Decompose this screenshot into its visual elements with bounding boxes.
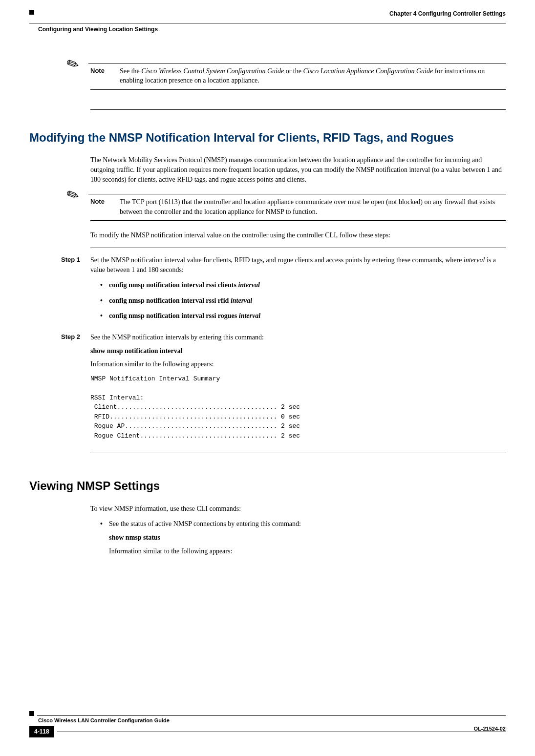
- cmd-bold: config nmsp notification interval rssi c…: [109, 281, 238, 289]
- note-label: Note: [90, 63, 120, 75]
- steps-bottom-rule: [90, 453, 506, 453]
- section-heading-viewing-nmsp: Viewing NMSP Settings: [29, 478, 506, 494]
- step2-output: NMSP Notification Interval Summary RSSI …: [90, 374, 506, 441]
- note-block-2: ✎ Note The TCP port (16113) that the con…: [90, 194, 506, 221]
- cmd-italic: interval: [238, 281, 259, 289]
- note1-doc2: Cisco Location Appliance Configuration G…: [303, 67, 433, 75]
- pencil-icon: ✎: [63, 52, 83, 76]
- cmd-bold: config nmsp notification interval rssi r…: [109, 297, 231, 304]
- section1-intro: The Network Mobility Services Protocol (…: [90, 155, 506, 184]
- note-text-1: See the Cisco Wireless Control System Co…: [120, 63, 506, 85]
- page-number: 4-118: [29, 726, 54, 737]
- cmd-bold: config nmsp notification interval rssi r…: [109, 312, 239, 319]
- step1-pre: Set the NMSP notification interval value…: [90, 256, 464, 264]
- page-footer: Cisco Wireless LAN Controller Configurat…: [29, 711, 506, 737]
- chapter-label: Chapter 4 Configuring Controller Setting…: [389, 10, 506, 18]
- step2-body: See the NMSP notification intervals by e…: [90, 333, 506, 445]
- bullet1-text: See the status of active NMSP connection…: [109, 519, 506, 529]
- note-label-2: Note: [90, 194, 120, 206]
- header-section-label: Configuring and Viewing Location Setting…: [38, 25, 506, 34]
- step1-label: Step 1: [61, 255, 90, 327]
- footer-title: Cisco Wireless LAN Controller Configurat…: [38, 717, 506, 724]
- bullet-show-status: See the status of active NMSP connection…: [100, 519, 506, 556]
- pencil-icon: ✎: [63, 184, 83, 208]
- step1-body: Set the NMSP notification interval value…: [90, 255, 506, 327]
- cmd-italic: interval: [231, 297, 252, 304]
- bullet1-info: Information similar to the following app…: [109, 546, 506, 556]
- cmd-italic: interval: [239, 312, 260, 319]
- doc-number: OL-21524-02: [474, 725, 506, 733]
- section-heading-nmsp-interval: Modifying the NMSP Notification Interval…: [29, 129, 506, 146]
- step-2: Step 2 See the NMSP notification interva…: [90, 333, 506, 445]
- note-block-1: ✎ Note See the Cisco Wireless Control Sy…: [90, 63, 506, 90]
- step1-italic: interval: [464, 256, 485, 264]
- follow-steps-para: To modify the NMSP notification interval…: [90, 231, 506, 240]
- header-left: [29, 10, 37, 15]
- section2-bullets: See the status of active NMSP connection…: [90, 519, 506, 556]
- note1-mid: or the: [284, 67, 303, 75]
- section-divider-1: [90, 109, 506, 110]
- step2-label: Step 2: [61, 333, 90, 445]
- cmd-item-rogues: config nmsp notification interval rssi r…: [100, 311, 506, 321]
- cmd-item-rfid: config nmsp notification interval rssi r…: [100, 296, 506, 306]
- header-rule: [29, 23, 506, 23]
- section2-intro: To view NMSP information, use these CLI …: [90, 504, 506, 514]
- cmd-item-clients: config nmsp notification interval rssi c…: [100, 280, 506, 290]
- step2-cmd: show nmsp notification interval: [90, 346, 506, 356]
- note-text-2: The TCP port (16113) that the controller…: [120, 194, 506, 216]
- bullet1-cmd: show nmsp status: [109, 533, 506, 543]
- footer-marker-icon: [29, 711, 34, 716]
- note1-doc1: Cisco Wireless Control System Configurat…: [141, 67, 284, 75]
- page-header: Chapter 4 Configuring Controller Setting…: [29, 10, 506, 19]
- step-1: Step 1 Set the NMSP notification interva…: [90, 255, 506, 327]
- main-content: ✎ Note See the Cisco Wireless Control Sy…: [90, 63, 506, 556]
- note1-prefix: See the: [120, 67, 141, 75]
- header-marker-icon: [29, 10, 34, 15]
- step2-text: See the NMSP notification intervals by e…: [90, 333, 506, 342]
- step2-info: Information similar to the following app…: [90, 359, 506, 369]
- steps-top-rule: [90, 248, 506, 248]
- header-right: Chapter 4 Configuring Controller Setting…: [389, 10, 506, 19]
- page-container: Chapter 4 Configuring Controller Setting…: [0, 0, 535, 747]
- step1-command-list: config nmsp notification interval rssi c…: [90, 280, 506, 321]
